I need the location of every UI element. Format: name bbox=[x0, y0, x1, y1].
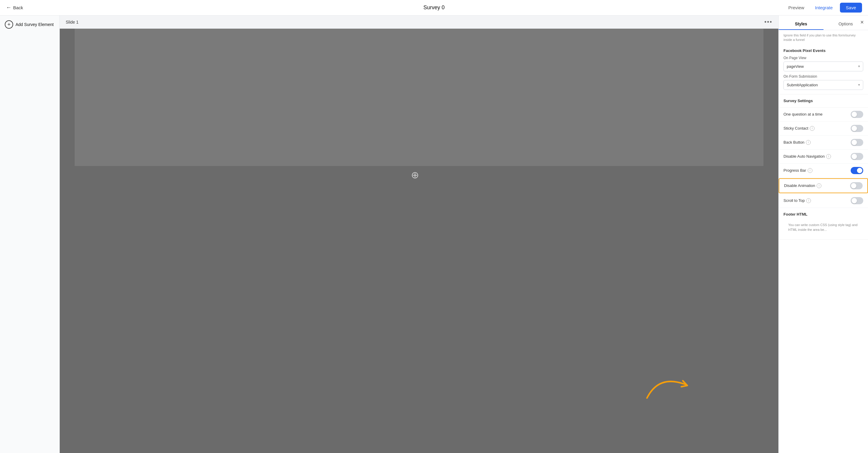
main-layout: + Add Survey Element Slide 1 ••• ⊕ × bbox=[0, 15, 868, 453]
preview-button[interactable]: Preview bbox=[785, 3, 808, 12]
slide-options-button[interactable]: ••• bbox=[764, 19, 772, 25]
info-icon-6[interactable]: i bbox=[806, 198, 811, 203]
toggle-switch-1[interactable] bbox=[851, 125, 863, 132]
survey-title: Survey 0 bbox=[423, 4, 444, 11]
toggle-label-1: Sticky Contacti bbox=[783, 126, 814, 131]
panel-close-button[interactable]: × bbox=[860, 19, 864, 25]
survey-settings-title: Survey Settings bbox=[783, 99, 863, 103]
toggle-label-4: Progress Bari bbox=[783, 168, 812, 173]
add-slide-button[interactable]: ⊕ bbox=[411, 169, 419, 181]
facebook-pixel-section: Facebook Pixel Events On Page View pageV… bbox=[779, 44, 868, 94]
add-survey-element-button[interactable]: + Add Survey Element bbox=[5, 20, 54, 29]
on-form-submission-label: On Form Submission bbox=[783, 74, 863, 78]
toggle-switch-0[interactable] bbox=[851, 111, 863, 118]
facebook-pixel-title: Facebook Pixel Events bbox=[783, 48, 863, 53]
toggle-switch-6[interactable] bbox=[851, 197, 863, 204]
slide-header: Slide 1 ••• bbox=[60, 15, 778, 29]
on-page-view-value: pageView bbox=[787, 64, 804, 69]
back-arrow-icon: ← bbox=[6, 4, 11, 11]
footer-html-note: You can write custom CSS (using style ta… bbox=[783, 220, 863, 235]
right-panel: × Styles Options Ignore this field if yo… bbox=[778, 15, 868, 453]
toggle-label-6: Scroll to Topi bbox=[783, 198, 811, 203]
toggle-label-0: One question at a time bbox=[783, 112, 823, 117]
chevron-down-icon: ▾ bbox=[858, 64, 860, 68]
save-button[interactable]: Save bbox=[840, 3, 862, 12]
on-form-submission-dropdown[interactable]: SubmitApplication ▾ bbox=[783, 80, 863, 90]
app-header: ← Back Survey 0 Preview Integrate Save bbox=[0, 0, 868, 15]
info-icon-4[interactable]: i bbox=[808, 168, 812, 173]
funnel-note: Ignore this field if you plan to use thi… bbox=[779, 30, 868, 44]
panel-scroll: Ignore this field if you plan to use thi… bbox=[779, 30, 868, 453]
panel-tabs: Styles Options bbox=[779, 15, 868, 30]
info-icon-2[interactable]: i bbox=[806, 140, 811, 145]
toggle-switch-3[interactable] bbox=[851, 153, 863, 160]
toggle-switch-2[interactable] bbox=[851, 139, 863, 146]
toggle-row-5: Disable Animationi bbox=[779, 178, 868, 193]
toggle-label-2: Back Buttoni bbox=[783, 140, 811, 145]
footer-html-title: Footer HTML bbox=[783, 212, 863, 217]
plus-icon: + bbox=[5, 20, 13, 29]
toggle-switch-5[interactable] bbox=[850, 182, 863, 189]
tab-styles[interactable]: Styles bbox=[779, 19, 824, 30]
survey-settings-section: Survey Settings bbox=[779, 94, 868, 107]
toggle-rows: One question at a timeSticky ContactiBac… bbox=[779, 107, 868, 208]
toggle-row-4: Progress Bari bbox=[779, 164, 868, 178]
back-label: Back bbox=[13, 5, 23, 10]
toggle-row-2: Back Buttoni bbox=[779, 136, 868, 150]
toggle-row-1: Sticky Contacti bbox=[779, 122, 868, 136]
toggle-row-6: Scroll to Topi bbox=[779, 194, 868, 208]
chevron-down-icon-2: ▾ bbox=[858, 83, 860, 87]
back-button[interactable]: ← Back bbox=[6, 4, 23, 11]
left-toolbar: + Add Survey Element bbox=[0, 15, 60, 453]
info-icon-1[interactable]: i bbox=[810, 126, 814, 131]
toggle-label-5: Disable Animationi bbox=[784, 183, 822, 188]
toggle-row-3: Disable Auto Navigationi bbox=[779, 150, 868, 164]
info-icon-5[interactable]: i bbox=[817, 183, 822, 188]
footer-html-section: Footer HTML You can write custom CSS (us… bbox=[779, 208, 868, 240]
slide-content bbox=[75, 29, 764, 166]
toggle-row-0: One question at a time bbox=[779, 107, 868, 122]
toggle-switch-4[interactable] bbox=[851, 167, 863, 174]
slide-label: Slide 1 bbox=[66, 20, 79, 25]
on-form-submission-value: SubmitApplication bbox=[787, 83, 818, 87]
canvas-area: Slide 1 ••• ⊕ bbox=[60, 15, 778, 453]
add-survey-element-label: Add Survey Element bbox=[16, 22, 54, 27]
arrow-annotation bbox=[641, 368, 695, 405]
info-icon-3[interactable]: i bbox=[826, 154, 831, 159]
on-page-view-dropdown[interactable]: pageView ▾ bbox=[783, 62, 863, 71]
toggle-label-3: Disable Auto Navigationi bbox=[783, 154, 831, 159]
on-page-view-label: On Page View bbox=[783, 56, 863, 60]
header-actions: Preview Integrate Save bbox=[785, 3, 862, 12]
integrate-button[interactable]: Integrate bbox=[811, 3, 836, 12]
